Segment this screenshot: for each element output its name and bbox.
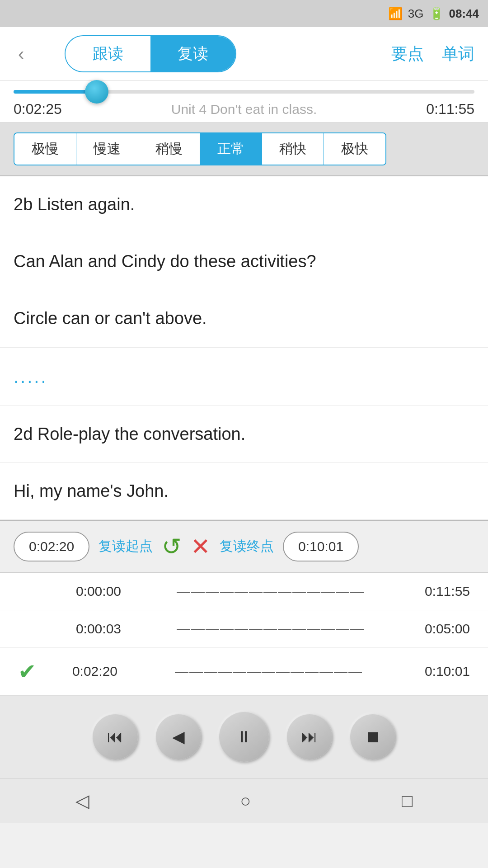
- battery-icon: 🔋: [429, 7, 444, 21]
- time-row: 0:02:25 Unit 4 Don't eat in class. 0:11:…: [14, 101, 474, 118]
- network-label: 3G: [408, 7, 424, 21]
- progress-area: 0:02:25 Unit 4 Don't eat in class. 0:11:…: [0, 81, 488, 123]
- recent-nav-button[interactable]: □: [384, 786, 431, 816]
- home-nav-button[interactable]: ○: [222, 786, 269, 816]
- content-line-5: Hi, my name's John.: [0, 463, 488, 520]
- speed-btn-正常[interactable]: 正常: [200, 133, 262, 165]
- top-nav: ‹ 跟读 复读 要点 单词: [0, 27, 488, 81]
- progress-fill: [14, 90, 97, 94]
- segment-list: 0:00:00—————————————0:11:550:00:03——————…: [0, 573, 488, 696]
- close-ab-icon[interactable]: ✕: [191, 533, 211, 560]
- total-time: 0:11:55: [426, 101, 474, 118]
- segment-end-0: 0:11:55: [407, 584, 470, 599]
- ab-end-label[interactable]: 复读终点: [220, 537, 274, 556]
- pause-button[interactable]: ⏸: [219, 712, 269, 762]
- unit-label: Unit 4 Don't eat in class.: [171, 102, 317, 117]
- repeat-read-button[interactable]: 复读: [150, 36, 235, 71]
- playback-panel: 0:02:20 复读起点 ↺ ✕ 复读终点 0:10:01 0:00:00———…: [0, 520, 488, 778]
- mode-toggle: 跟读 复读: [65, 35, 236, 72]
- segment-dashes-2: —————————————: [131, 664, 407, 679]
- segment-dashes-1: —————————————: [135, 621, 407, 637]
- back-button[interactable]: ‹: [14, 44, 28, 64]
- segment-end-2: 0:10:01: [407, 664, 470, 679]
- rewind-step-button[interactable]: ◀: [156, 714, 201, 760]
- ab-end-time: 0:10:01: [283, 532, 359, 561]
- progress-track[interactable]: [14, 90, 474, 94]
- controls-row: ⏮ ◀ ⏸ ⏭ ⏹: [0, 696, 488, 778]
- content-line-1: Can Alan and Cindy do these activities?: [0, 233, 488, 290]
- content-line-0: 2b Listen again.: [0, 176, 488, 233]
- content-area: 2b Listen again.Can Alan and Cindy do th…: [0, 176, 488, 520]
- forward-step-button[interactable]: ⏭: [287, 714, 332, 760]
- segment-dashes-0: —————————————: [135, 584, 407, 599]
- replay-icon[interactable]: ↺: [162, 533, 182, 560]
- ab-repeat-row: 0:02:20 复读起点 ↺ ✕ 复读终点 0:10:01: [0, 521, 488, 573]
- speed-bar: 极慢慢速稍慢正常稍快极快: [0, 123, 488, 176]
- speed-btn-稍快[interactable]: 稍快: [262, 133, 324, 165]
- ab-start-time: 0:02:20: [14, 532, 89, 561]
- content-line-4: 2d Role-play the conversation.: [0, 406, 488, 463]
- back-nav-button[interactable]: ◁: [57, 786, 108, 816]
- current-time: 0:02:25: [14, 101, 62, 118]
- ab-start-label[interactable]: 复读起点: [99, 537, 153, 556]
- content-line-3: .....: [0, 348, 488, 406]
- signal-icon: 📶: [388, 7, 403, 21]
- speed-btn-稍慢[interactable]: 稍慢: [138, 133, 200, 165]
- vocabulary-link[interactable]: 单词: [442, 43, 474, 65]
- speed-btn-极快[interactable]: 极快: [324, 133, 385, 165]
- segment-row-2[interactable]: ✔0:02:20—————————————0:10:01: [0, 648, 488, 695]
- nav-links: 要点 单词: [391, 43, 474, 65]
- key-points-link[interactable]: 要点: [391, 43, 424, 65]
- speed-btn-极慢[interactable]: 极慢: [14, 133, 76, 165]
- segment-start-2: 0:02:20: [45, 664, 117, 679]
- segment-row-1[interactable]: 0:00:03—————————————0:05:00: [0, 610, 488, 648]
- follow-read-button[interactable]: 跟读: [66, 36, 150, 71]
- segment-row-0[interactable]: 0:00:00—————————————0:11:55: [0, 573, 488, 610]
- bottom-nav-bar: ◁ ○ □: [0, 778, 488, 823]
- rewind-fast-button[interactable]: ⏮: [93, 714, 138, 760]
- segment-end-1: 0:05:00: [407, 621, 470, 637]
- progress-thumb[interactable]: [85, 80, 108, 104]
- segment-check-icon: ✔: [18, 659, 36, 684]
- speed-btn-慢速[interactable]: 慢速: [76, 133, 138, 165]
- segment-start-0: 0:00:00: [49, 584, 121, 599]
- speed-selector: 极慢慢速稍慢正常稍快极快: [14, 132, 386, 165]
- content-line-2: Circle can or can't above.: [0, 290, 488, 347]
- status-bar: 📶 3G 🔋 08:44: [0, 0, 488, 27]
- status-time: 08:44: [449, 7, 479, 21]
- stop-button[interactable]: ⏹: [350, 714, 395, 760]
- segment-start-1: 0:00:03: [49, 621, 121, 637]
